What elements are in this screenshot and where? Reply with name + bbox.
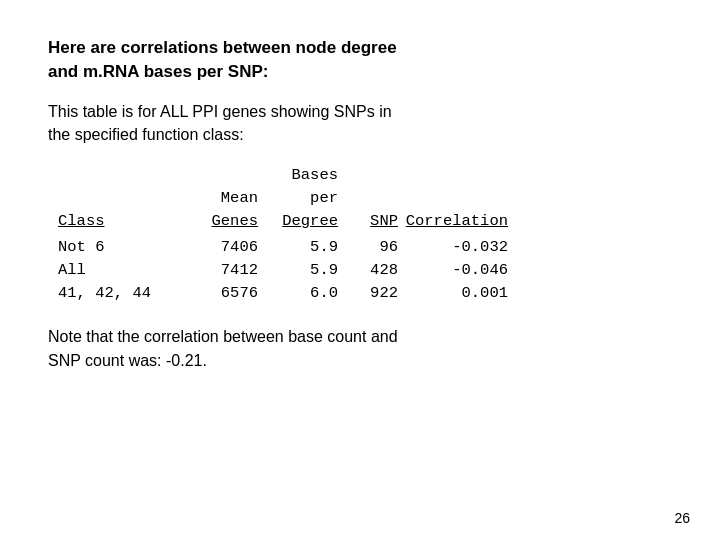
table-section: Bases Mean per Class Genes Deg: [48, 164, 672, 306]
note-section: Note that the correlation between base c…: [48, 325, 672, 371]
note-line2: SNP count was: -0.21.: [48, 352, 207, 369]
subtext: This table is for ALL PPI genes showing …: [48, 100, 672, 146]
cell-genes: 6576: [178, 282, 258, 305]
heading-line1: Here are correlations between node degre…: [48, 38, 397, 57]
cell-snp: 428: [338, 259, 398, 282]
slide-content: Here are correlations between node degre…: [0, 0, 720, 392]
cell-corr: -0.032: [398, 236, 508, 259]
page-number: 26: [674, 510, 690, 526]
cell-corr: 0.001: [398, 282, 508, 305]
col-class-header: Class: [58, 210, 178, 233]
cell-snp: 922: [338, 282, 398, 305]
cell-degree: 5.9: [258, 236, 338, 259]
table-row: 41, 42, 44 6576 6.0 922 0.001: [58, 282, 672, 305]
col-genes-header: Genes: [178, 210, 258, 233]
cell-degree: 6.0: [258, 282, 338, 305]
cell-class: 41, 42, 44: [58, 282, 178, 305]
col-snp-header: SNP: [338, 210, 398, 233]
cell-degree: 5.9: [258, 259, 338, 282]
cell-corr: -0.046: [398, 259, 508, 282]
subtext-line1: This table is for ALL PPI genes showing …: [48, 103, 392, 120]
bases-label: Bases: [291, 166, 338, 184]
cell-snp: 96: [338, 236, 398, 259]
per-label: per: [310, 189, 338, 207]
heading: Here are correlations between node degre…: [48, 36, 672, 84]
heading-line2: and m.RNA bases per SNP:: [48, 62, 268, 81]
cell-class: All: [58, 259, 178, 282]
subtext-line2: the specified function class:: [48, 126, 244, 143]
cell-genes: 7412: [178, 259, 258, 282]
cell-class: Not 6: [58, 236, 178, 259]
table-row: Not 6 7406 5.9 96 -0.032: [58, 236, 672, 259]
mean-label: Mean: [221, 189, 258, 207]
table-rows: Not 6 7406 5.9 96 -0.032 All 7412 5.9 42…: [58, 236, 672, 306]
col-degree-header: Degree: [258, 210, 338, 233]
col-corr-header: Correlation: [398, 210, 508, 233]
cell-genes: 7406: [178, 236, 258, 259]
note-line1: Note that the correlation between base c…: [48, 328, 398, 345]
table-row: All 7412 5.9 428 -0.046: [58, 259, 672, 282]
